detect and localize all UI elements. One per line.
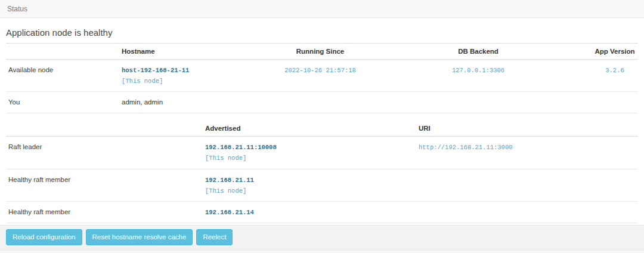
reset-hostname-cache-button[interactable]: Reset hostname resolve cache [86,229,193,245]
advertised-value: 192.168.21.11:10008 [205,144,277,151]
current-user-value: admin, admin [122,98,163,106]
row-label: Healthy raft member [6,169,203,201]
this-node-badge: [This node] [122,77,273,86]
node-table-header-row: Hostname Running Since DB Backend App Ve… [6,44,638,60]
advertised-value: 192.168.21.11 [205,177,254,184]
node-status-table: Hostname Running Since DB Backend App Ve… [6,43,638,113]
raft-col-uri: URI [416,121,638,137]
this-node-badge: [This node] [205,154,414,163]
row-label: Healthy raft member [6,201,203,223]
node-col-empty [6,44,119,60]
row-label: You [6,92,119,113]
reelect-button[interactable]: Reelect [196,229,233,245]
page-bottom-strip [0,250,644,253]
page-title: Application node is healthy [6,27,638,38]
table-row-available-node: Available node host-192-168-21-11 [This … [6,60,638,92]
table-row-raft-member: Healthy raft member 192.168.21.11 [This … [6,169,638,201]
reload-configuration-button[interactable]: Reload configuration [6,229,82,245]
advertised-value: 192.168.21.14 [205,209,254,216]
row-label: Raft leader [6,137,203,169]
table-row-you: You admin, admin [6,92,638,113]
raft-uri-value: http://192.168.21.11:3000 [419,144,513,151]
running-since-value: 2022-10-26 21:57:18 [284,67,356,74]
node-col-db-backend: DB Backend [365,44,592,60]
hostname-value: host-192-168-21-11 [122,67,189,74]
raft-col-advertised: Advertised [203,121,416,137]
db-backend-value: 127.0.0.1:3306 [452,67,504,74]
table-row-raft-leader: Raft leader 192.168.21.11:10008 [This no… [6,137,638,169]
node-col-app-version: App Version [592,44,638,60]
table-spacer [6,113,638,121]
raft-table-header-row: Advertised URI [6,121,638,137]
top-navbar: Status [0,0,644,18]
row-label: Available node [6,60,119,92]
node-col-hostname: Hostname [119,44,275,60]
navbar-status-label: Status [7,5,27,13]
this-node-badge: [This node] [205,187,414,196]
raft-col-empty [6,121,203,137]
action-footer: Reload configuration Reset hostname reso… [0,225,644,249]
table-row-raft-member: Healthy raft member 192.168.21.14 [6,201,638,223]
node-col-running-since: Running Since [275,44,365,60]
main-content: Application node is healthy Hostname Run… [0,27,644,245]
app-version-value: 3.2.6 [605,67,624,74]
